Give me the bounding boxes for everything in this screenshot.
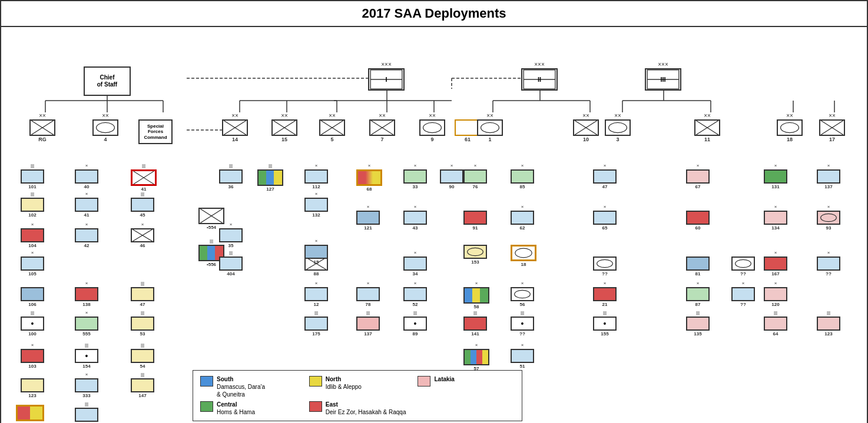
unit45-lbl: 45 [140,212,145,218]
unit18brig-node: 18 [511,238,536,267]
unit87-ech: × [697,280,700,287]
div4-symbol [92,119,118,136]
unit102-node: ||| 102 [21,191,44,218]
unit102-ech: ||| [31,191,34,198]
unit46-lbl: 46 [140,243,145,248]
unit175-node: ||| 175 [304,309,328,337]
unit106-lbl: 106 [28,302,36,307]
unit101-sym [21,169,44,184]
unit58-ech: × [475,280,478,287]
unit404-sym [219,257,243,271]
unit18brig-sym [511,245,536,261]
unit56-lbl: 56 [520,302,525,307]
unit57-sym [463,349,489,365]
unit52-sym [403,287,427,301]
unit47d3-lbl: 47 [602,184,608,189]
unit60-node: 60 [686,204,710,231]
special-label: SpecialForcesCommand [143,122,168,142]
unit123r-node: ||| 123 [817,309,840,337]
unit62-node: × 62 [511,204,534,231]
unit42-sym [75,228,98,242]
unitqq1-sym: • [511,317,534,331]
unit41brig-sym [131,169,157,186]
div10-node: ×× 10 [573,112,599,142]
corps1-symbol: I [368,68,405,91]
unit101-node: ||| 101 [21,162,44,189]
legend-text-east: EastDeir Ez Zor, Hasakah & Raqqa [326,401,406,416]
unit15-node: × 15 [304,238,328,265]
unit123r-lbl: 123 [824,331,832,337]
legend-text-central: CentralHoms & Hama [217,401,255,416]
div15-node: ×× 15 [271,112,297,142]
unit61-top-label: 61 [465,136,471,142]
unit47-sym [131,287,154,301]
unit141-node: ||| 141 [463,309,487,337]
unit147-node: ||| 147 [131,371,154,398]
unit131-ech: × [774,162,777,169]
unit131-node: × 131 [764,162,787,189]
unit64-node: ||| 64 [764,309,787,337]
unit85-lbl: 85 [520,184,525,189]
unit137-lbl: 137 [364,331,372,337]
unit90-lbl: 90 [449,184,455,189]
unit556-lbl: •556 [207,262,216,267]
div1-node: ×× 1 [477,112,503,142]
unit89-ech: ||| [413,309,417,317]
unit100-node: ||| • 100 [21,309,44,337]
unit135-lbl: 135 [694,331,701,337]
unit42-ech: × [85,221,88,228]
unit153-node: 153 [463,238,487,265]
div18-echelon: ×× [786,112,793,119]
unit91-lbl: 91 [473,225,478,231]
div7-node: ×× 7 [369,112,395,142]
unit43-sym [403,211,427,225]
unit103-lbl: 103 [28,364,36,369]
unit112-lbl: 112 [312,184,320,189]
unit21-lbl: 21 [602,302,608,307]
unit121-ech: × [367,204,370,211]
unit103-ech: × [31,342,34,349]
unit666-sym [75,408,98,422]
unit15-sym [304,245,328,259]
unit40-sym [75,169,98,184]
unit81-node: 81 [686,249,710,277]
div15-label: 15 [281,136,287,142]
unit112-sym [304,169,328,184]
unit68-sym [356,169,382,186]
unit36-ech: ||| [229,162,233,169]
div14-echelon: ×× [231,112,238,119]
svg-point-56 [781,122,799,132]
unit62-sym [511,211,534,225]
unit554-lbl: •554 [207,225,216,230]
div15-symbol [271,119,297,136]
unit102-lbl: 102 [28,212,36,218]
unit155-sym: • [593,317,617,331]
unit120-node: × 120 [764,280,787,307]
unit41brig-ech: ||| [142,162,145,169]
unit138-ech: × [85,280,88,287]
unit154-node: ||| • 154 [75,342,98,369]
legend-item-latakia: Latakia [418,375,515,398]
div11-echelon: ×× [704,112,711,119]
unit132-node: × 132 [304,191,328,218]
unit51-sym [511,349,534,363]
unit90-node: × 90 [440,162,463,189]
unit51-lbl: 51 [520,364,525,369]
unit76-sym [463,169,487,184]
unit65-ech: × [604,204,607,211]
unit36-lbl: 36 [228,184,234,189]
unit112-ech: × [315,162,318,169]
legend-item-central: CentralHoms & Hama [200,401,297,416]
unit85-ech: × [521,162,524,169]
div17-echelon: ×× [829,112,836,119]
unit666-ech: ||| [85,401,88,408]
div10-echelon: ×× [582,112,589,119]
div18-label: 18 [787,136,793,142]
unit123-lft-sym [21,378,44,392]
unit132-lbl: 132 [312,212,320,218]
unit121-lbl: 121 [364,225,372,231]
unit35-sym [219,228,243,242]
unit105-sym [21,257,44,271]
unit155-node: ||| • 155 [593,309,617,337]
unit47-lbl: 47 [140,302,145,307]
